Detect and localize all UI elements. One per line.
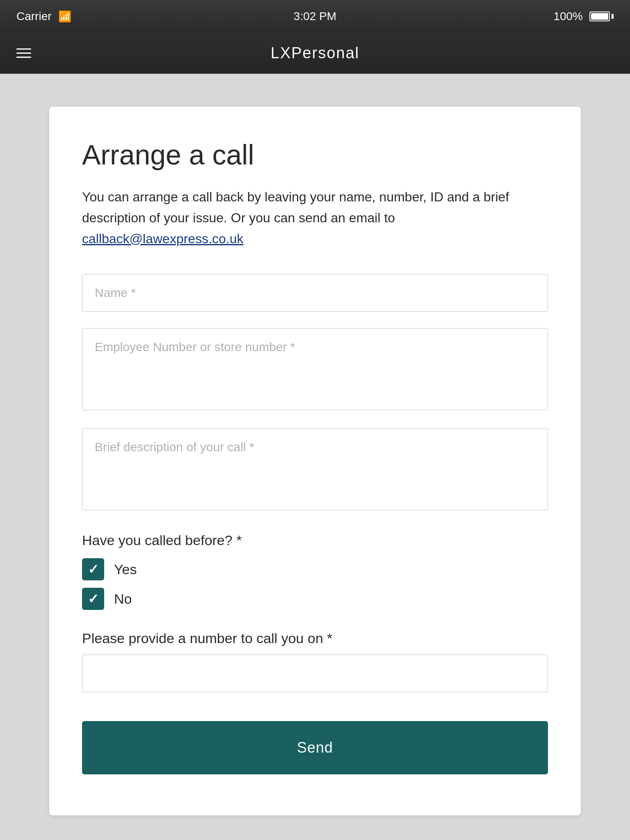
form-description-text: You can arrange a call back by leaving y… — [82, 189, 509, 225]
menu-icon[interactable] — [16, 48, 31, 58]
name-input[interactable] — [82, 274, 548, 312]
checkbox-no-box[interactable]: ✓ — [82, 588, 104, 610]
description-field — [82, 428, 548, 512]
checkmark-no-icon: ✓ — [88, 591, 99, 607]
employee-number-field — [82, 328, 548, 412]
form-title: Arrange a call — [82, 139, 548, 170]
phone-number-label: Please provide a number to call you on * — [82, 630, 548, 646]
name-field — [82, 274, 548, 312]
phone-number-input[interactable] — [82, 655, 548, 692]
wifi-icon: 📶 — [58, 10, 71, 23]
checkmark-yes-icon: ✓ — [88, 562, 99, 577]
checkbox-group: ✓ Yes ✓ No — [82, 558, 548, 610]
form-card: Arrange a call You can arrange a call ba… — [49, 107, 581, 815]
description-input[interactable] — [82, 428, 548, 510]
main-content: Arrange a call You can arrange a call ba… — [0, 74, 630, 840]
phone-number-section: Please provide a number to call you on * — [82, 630, 548, 692]
status-left: Carrier 📶 — [16, 10, 71, 23]
carrier-label: Carrier — [16, 10, 52, 23]
battery-percent: 100% — [553, 10, 583, 23]
battery-icon — [589, 11, 614, 21]
checkbox-no[interactable]: ✓ No — [82, 588, 548, 610]
email-link[interactable]: callback@lawexpress.co.uk — [82, 231, 244, 246]
called-before-label: Have you called before? * — [82, 532, 548, 548]
nav-bar: LXPersonal — [0, 33, 630, 74]
app-title: LXPersonal — [271, 44, 359, 62]
checkbox-yes[interactable]: ✓ Yes — [82, 558, 548, 580]
checkbox-no-label: No — [114, 591, 132, 607]
called-before-section: Have you called before? * ✓ Yes ✓ No — [82, 532, 548, 610]
employee-number-input[interactable] — [82, 328, 548, 410]
checkbox-yes-label: Yes — [114, 562, 137, 578]
checkbox-yes-box[interactable]: ✓ — [82, 558, 104, 580]
status-right: 100% — [553, 10, 614, 23]
send-button[interactable]: Send — [82, 721, 548, 774]
form-description: You can arrange a call back by leaving y… — [82, 187, 548, 250]
status-time: 3:02 PM — [294, 10, 336, 23]
status-bar: Carrier 📶 3:02 PM 100% — [0, 0, 630, 33]
